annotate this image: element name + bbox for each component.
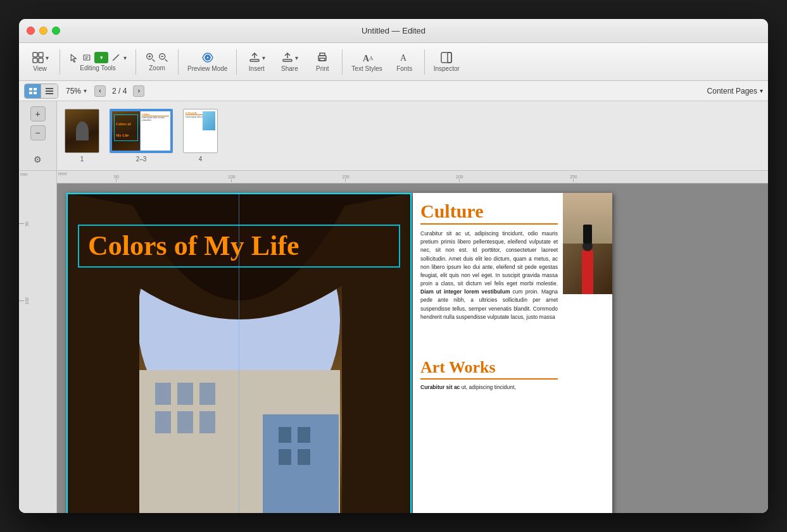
content-pages-chevron: ▾ bbox=[760, 87, 763, 94]
editing-tools-label: Editing Tools bbox=[80, 65, 116, 71]
canvas[interactable]: Colors of My Life bbox=[57, 183, 768, 513]
rmark-150: 150 bbox=[342, 175, 349, 182]
list-view-btn[interactable] bbox=[41, 84, 58, 98]
zoom-controls: + − ⚙ bbox=[19, 101, 56, 171]
right-page-layout: Culture Curabitur sit ac ut, adipiscing … bbox=[413, 193, 612, 513]
app-window: Untitled — Edited ▾ View bbox=[19, 19, 768, 513]
view-label: View bbox=[33, 65, 47, 72]
mm-unit-label: mm bbox=[20, 172, 28, 176]
thumbnail-1[interactable]: 1 bbox=[65, 109, 99, 163]
preview-mode[interactable]: Preview Mode bbox=[182, 49, 232, 75]
svg-rect-4 bbox=[84, 55, 90, 60]
vmark-50: 50 bbox=[19, 221, 29, 226]
share-label: Share bbox=[281, 65, 298, 72]
line-chevron: ▾ bbox=[123, 54, 127, 61]
page-right[interactable]: Culture Curabitur sit ac ut, adipiscing … bbox=[413, 193, 612, 513]
print-tool[interactable]: Print bbox=[306, 49, 338, 75]
inspector-label: Inspector bbox=[434, 65, 460, 72]
settings-gear[interactable]: ⚙ bbox=[34, 154, 42, 165]
inspector-tool[interactable]: Inspector bbox=[429, 49, 465, 75]
top-image bbox=[563, 193, 612, 294]
fonts-tool[interactable]: A Fonts bbox=[389, 49, 420, 75]
sep6 bbox=[424, 49, 425, 75]
zoom-icon bbox=[145, 52, 169, 63]
svg-text:A: A bbox=[400, 53, 407, 63]
rmark-50: 50 bbox=[114, 175, 119, 182]
svg-rect-18 bbox=[448, 53, 451, 63]
zoom-tool[interactable]: Zoom bbox=[140, 49, 174, 74]
view-tool[interactable]: ▾ View bbox=[24, 49, 56, 75]
thumb-1-label: 1 bbox=[80, 156, 84, 163]
rmark-100: 100 bbox=[228, 175, 236, 182]
svg-rect-12 bbox=[320, 53, 325, 56]
vmark-100: 100 bbox=[19, 297, 29, 305]
rmark-250: 250 bbox=[570, 175, 577, 182]
sep3 bbox=[178, 49, 179, 75]
art-works-body: ut, adipiscing tincidunt, bbox=[462, 384, 516, 390]
culture-title: Culture bbox=[420, 202, 558, 221]
svg-rect-22 bbox=[34, 92, 37, 94]
grid-view-btn[interactable] bbox=[25, 84, 41, 98]
zoom-percent: 75% bbox=[66, 87, 81, 96]
zoom-in-btn[interactable]: + bbox=[30, 106, 46, 121]
insert-label: Insert bbox=[249, 65, 265, 72]
svg-point-8 bbox=[206, 56, 209, 59]
svg-rect-1 bbox=[39, 53, 43, 57]
svg-rect-2 bbox=[33, 58, 37, 63]
traffic-lights bbox=[27, 27, 60, 35]
culture-body-text: Curabitur sit ac ut, adipiscing tincidun… bbox=[420, 230, 558, 321]
thumbnail-4[interactable]: Lifestyle Lorem ipsum dolor sit 4 bbox=[183, 109, 218, 163]
view-chevron: ▾ bbox=[46, 54, 49, 61]
svg-rect-0 bbox=[33, 53, 37, 57]
insert-tool[interactable]: ▾ Insert bbox=[241, 49, 272, 75]
svg-text:A: A bbox=[369, 55, 374, 61]
ruler-mm: mm bbox=[58, 171, 66, 176]
content-pages-dropdown[interactable]: Content Pages ▾ bbox=[707, 87, 763, 96]
guide-line-v bbox=[239, 193, 239, 513]
view-icon: ▾ bbox=[32, 51, 49, 64]
zoom-control: 75% ▾ bbox=[66, 87, 87, 96]
right-text-col: Culture Curabitur sit ac ut, adipiscing … bbox=[413, 193, 563, 513]
insert-icon: ▾ bbox=[248, 51, 265, 64]
text-styles-tool[interactable]: A A Text Styles bbox=[346, 49, 387, 75]
svg-rect-17 bbox=[441, 53, 451, 63]
zoom-label: Zoom bbox=[149, 65, 165, 71]
page-left[interactable]: Colors of My Life bbox=[66, 193, 412, 513]
window-title: Untitled — Edited bbox=[362, 26, 425, 35]
next-icon: › bbox=[138, 87, 140, 94]
thumb-1-img bbox=[65, 109, 99, 153]
culture-section: Culture Curabitur sit ac ut, adipiscing … bbox=[420, 202, 558, 321]
close-button[interactable] bbox=[27, 27, 35, 35]
share-tool[interactable]: ▾ Share bbox=[274, 49, 305, 75]
editing-tools[interactable]: ▾ ▾ Editing Tools bbox=[64, 49, 132, 74]
zoom-out-btn[interactable]: − bbox=[30, 125, 46, 140]
text-styles-icon: A A bbox=[361, 51, 374, 64]
culture-bold-text: Diam ut integer lorem vestibulum bbox=[420, 288, 510, 295]
sep2 bbox=[135, 49, 136, 75]
art-works-title: Art Works bbox=[420, 359, 558, 376]
minimize-button[interactable] bbox=[39, 27, 47, 35]
gear-icon: ⚙ bbox=[34, 154, 42, 164]
thumbnail-2-3[interactable]: Colors of My Life Culture Lorem ipsum do… bbox=[110, 109, 173, 163]
svg-rect-25 bbox=[46, 93, 53, 94]
view-bar: 75% ▾ ‹ 2 / 4 › Content Pages ▾ bbox=[19, 81, 768, 101]
preview-icon bbox=[201, 51, 214, 64]
prev-icon: ‹ bbox=[99, 87, 101, 94]
center-panel: 1 Colors of My Life Culture Lorem ipsum … bbox=[57, 101, 768, 513]
next-page-btn[interactable]: › bbox=[133, 85, 144, 97]
maximize-button[interactable] bbox=[52, 27, 60, 35]
share-icon: ▾ bbox=[281, 51, 298, 64]
svg-rect-10 bbox=[283, 59, 292, 61]
sep5 bbox=[342, 49, 343, 75]
editing-icon: ▾ ▾ bbox=[69, 52, 127, 63]
vertical-ruler-container: mm 50 100 bbox=[19, 171, 56, 513]
print-label: Print bbox=[316, 65, 329, 72]
culture-divider bbox=[420, 223, 558, 225]
content-pages-label: Content Pages bbox=[707, 87, 757, 96]
horizontal-ruler: mm 50 100 150 200 bbox=[57, 171, 768, 183]
thumbnail-strip: 1 Colors of My Life Culture Lorem ipsum … bbox=[57, 101, 768, 171]
fonts-icon: A bbox=[398, 51, 411, 64]
main-area: + − ⚙ mm 50 100 bbox=[19, 101, 768, 513]
view-toggle bbox=[24, 84, 58, 99]
prev-page-btn[interactable]: ‹ bbox=[94, 85, 106, 97]
